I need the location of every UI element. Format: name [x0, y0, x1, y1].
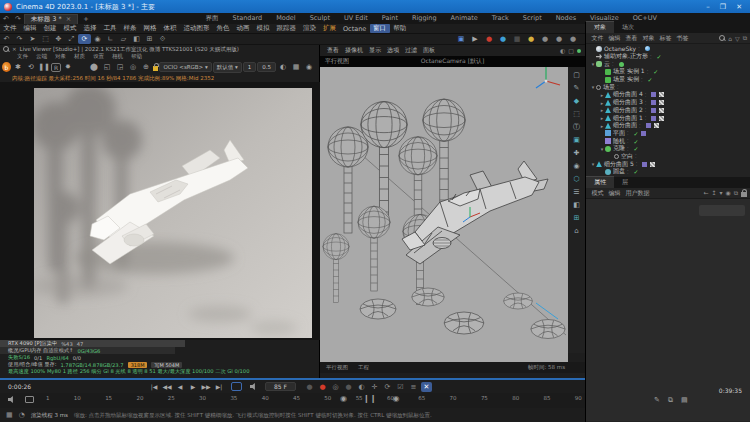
viewport-canvas[interactable] [320, 67, 568, 362]
live-viewer-camera-icon[interactable]: ◐ [277, 62, 289, 73]
object-row[interactable]: ▸ 细分曲面 2 ⁚ [586, 107, 750, 115]
live-viewer-title-bar[interactable]: × Live Viewer [Studio+] | 2022.1 KS21工作室… [0, 45, 320, 53]
visibility-dots[interactable]: ⁚ [645, 107, 648, 113]
visibility-dots[interactable]: ⁚ [617, 84, 620, 90]
object-tags[interactable] [648, 76, 653, 83]
visibility-dots[interactable]: ⁚ [645, 100, 648, 106]
tool-icon[interactable]: ◉ [91, 34, 104, 44]
footer-project-label[interactable]: 工程 [358, 364, 369, 371]
object-tags[interactable] [634, 145, 639, 152]
workspace-tab[interactable]: Sculpt [303, 14, 337, 23]
frame-number[interactable]: 80 [512, 395, 519, 401]
samples-field[interactable]: 1 [243, 62, 257, 72]
playback-camera-icon[interactable]: ◉ [340, 394, 347, 403]
live-viewer-tool-icon[interactable] [75, 62, 87, 73]
live-viewer-tool-icon[interactable]: ◱ [101, 62, 113, 73]
object-tags[interactable] [651, 100, 664, 105]
menu-item[interactable]: 跟踪器 [273, 24, 300, 33]
record-button[interactable]: ✕ [421, 382, 432, 392]
menu-item[interactable]: 工具 [100, 24, 120, 33]
live-viewer-menu-item[interactable]: 文件 [14, 53, 31, 60]
play-options-button[interactable] [231, 382, 242, 391]
mode-tool-icon[interactable]: ⬚ [570, 108, 583, 120]
tool-icon[interactable]: ⊞ [143, 34, 156, 44]
attr-lock-icon[interactable] [741, 192, 747, 197]
attr-menu-item[interactable]: 编辑 [606, 189, 623, 198]
object-tags[interactable] [642, 162, 655, 167]
menu-item[interactable]: 样条 [120, 24, 140, 33]
mini-tool-icon[interactable]: ▤ [681, 396, 688, 404]
frame-number[interactable]: 35 [230, 395, 237, 401]
menu-item[interactable]: 编辑 [20, 24, 40, 33]
object-name[interactable]: 云 [604, 60, 610, 69]
live-viewer-menu-item[interactable]: 设置 [90, 53, 107, 60]
expand-arrow-icon[interactable]: ▸ [599, 92, 605, 98]
mode-tool-icon[interactable]: ✚ [570, 147, 583, 159]
viewport-menu-item[interactable]: 摄像机 [342, 46, 366, 55]
om-menu-item[interactable]: 文件 [589, 34, 606, 43]
workspace-tab[interactable]: Rigging [405, 14, 444, 23]
expand-arrow-icon[interactable]: ▸ [599, 107, 605, 113]
object-name[interactable]: 场景 实例 [613, 75, 639, 84]
mode-tool-icon[interactable]: ☰ [570, 186, 583, 198]
tool-icon[interactable]: ∟ [104, 34, 117, 44]
record-button[interactable]: ✛ [369, 382, 380, 392]
live-viewer-camera-icon[interactable]: ▦ [290, 62, 302, 73]
tool-icon[interactable]: ⟳ [78, 34, 91, 44]
mode-tool-icon[interactable]: ⌂ [570, 225, 583, 237]
live-viewer-tool-icon[interactable]: R [51, 63, 61, 72]
object-row[interactable]: ▸ 细分曲面 ⁚ [586, 122, 750, 130]
tool-icon[interactable]: ⟐ [156, 34, 169, 44]
mode-tool-icon[interactable]: Ⓣ [570, 121, 583, 133]
menu-item[interactable]: 运动图形 [180, 24, 213, 33]
frame-number[interactable]: 50 [324, 395, 331, 401]
live-viewer-menu-item[interactable]: 帮助 [128, 53, 145, 60]
frame-field[interactable]: 85 F [265, 382, 296, 391]
menu-item[interactable]: 窗口 [370, 24, 390, 33]
frame-number[interactable]: 45 [293, 395, 300, 401]
transport-button[interactable]: ◀ [174, 382, 186, 392]
live-viewer-tool-icon[interactable]: ✸ [62, 62, 74, 73]
om-home-icon[interactable]: ⌂ [728, 35, 732, 42]
object-tags[interactable] [634, 138, 639, 145]
render-tool-icon[interactable]: ● [553, 35, 565, 44]
visibility-dots[interactable]: ⁚ [639, 123, 642, 129]
om-menu-item[interactable]: 对象 [640, 34, 657, 43]
undo-icon[interactable]: ↶ [0, 15, 12, 23]
camera-label[interactable]: OctaneCamera [默认] [320, 57, 585, 66]
clock-icon[interactable]: ◔ [19, 411, 25, 419]
mini-tool-icon[interactable]: ✎ [654, 396, 660, 404]
close-button[interactable]: ✕ [736, 3, 742, 11]
frame-number[interactable]: 70 [450, 395, 457, 401]
om-menu-item[interactable]: 标签 [657, 34, 674, 43]
mode-tool-icon[interactable]: ✎ [570, 82, 583, 94]
menu-item[interactable]: 角色 [213, 24, 233, 33]
object-row[interactable]: 辅助对象.正方形 ⁚ [586, 53, 750, 61]
live-viewer-camera-icon[interactable]: ◉ [303, 62, 315, 73]
workspace-tab[interactable]: Model [269, 14, 303, 23]
om-filter-icon[interactable]: ▽ [735, 35, 740, 42]
frame-number[interactable]: 25 [168, 395, 175, 401]
menu-item[interactable]: 选择 [80, 24, 100, 33]
object-row[interactable]: 随机 ⁚ [586, 137, 750, 145]
render-tool-icon[interactable]: ▣ [455, 35, 467, 44]
om-menu-item[interactable]: 编辑 [606, 34, 623, 43]
mini-tool-icon[interactable]: ⧉ [668, 396, 673, 404]
visibility-dots[interactable]: ⁚ [627, 130, 630, 136]
workspace-tab[interactable]: Animate [444, 14, 485, 23]
record-button[interactable]: ● [304, 382, 315, 392]
tool-icon[interactable]: ◧ [130, 34, 143, 44]
menu-item[interactable]: 创建 [40, 24, 60, 33]
mode-tool-icon[interactable]: ◆ [570, 95, 583, 107]
visibility-dots[interactable]: ⁚ [645, 92, 648, 98]
om-expand-icon[interactable]: ⧉ [743, 34, 747, 42]
document-tab[interactable]: 未标题 3 * × [24, 14, 78, 24]
om-menu-item[interactable]: 查看 [623, 34, 640, 43]
workspace-tab[interactable]: Nodes [549, 14, 583, 23]
visibility-dots[interactable]: ⁚ [627, 146, 630, 152]
tool-icon[interactable]: ↷ [13, 34, 26, 44]
viewport-menu-item[interactable]: 面板 [420, 46, 438, 55]
frame-number[interactable]: 1 [46, 395, 50, 401]
frame-number[interactable]: 30 [199, 395, 206, 401]
menu-item[interactable]: 渲染 [300, 24, 320, 33]
